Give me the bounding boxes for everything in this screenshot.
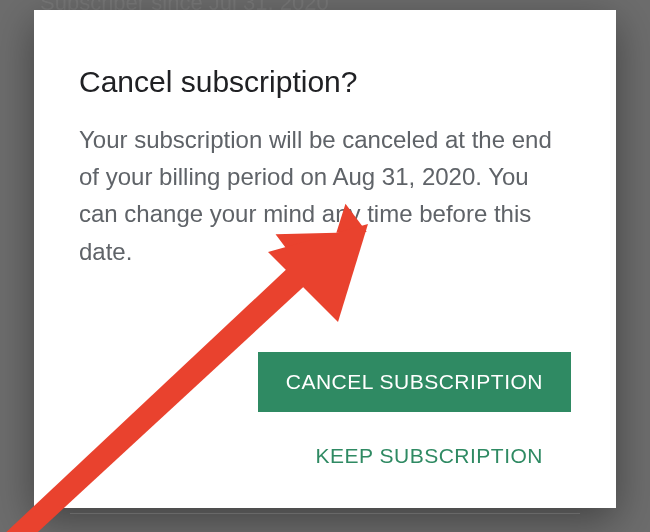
cancel-subscription-dialog: Cancel subscription? Your subscription w… xyxy=(34,10,616,508)
dialog-title: Cancel subscription? xyxy=(79,65,571,99)
dialog-body-text: Your subscription will be canceled at th… xyxy=(79,121,571,270)
dialog-actions: CANCEL SUBSCRIPTION KEEP SUBSCRIPTION xyxy=(79,352,571,468)
background-divider xyxy=(70,513,580,514)
keep-subscription-button[interactable]: KEEP SUBSCRIPTION xyxy=(315,444,571,468)
cancel-subscription-button[interactable]: CANCEL SUBSCRIPTION xyxy=(258,352,571,412)
